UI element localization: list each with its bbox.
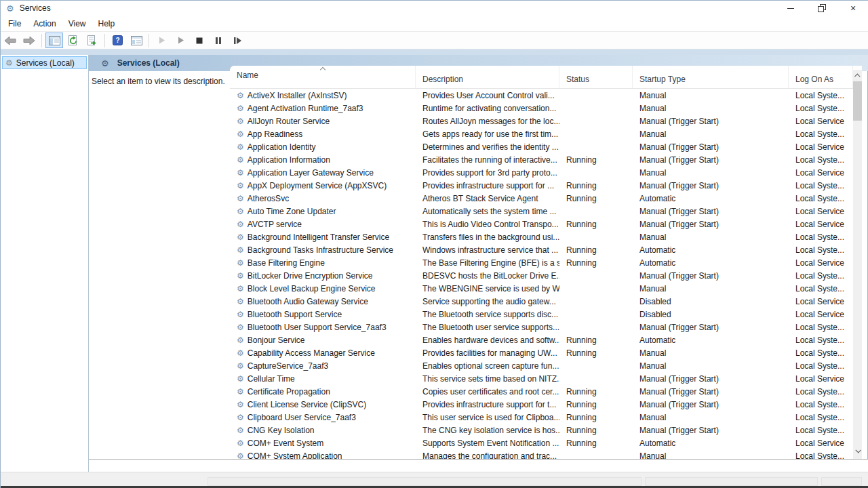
service-gear-icon: ⚙ [237,143,244,151]
service-log-on-as-cell: Local Syste... [789,91,853,100]
resume-service-button[interactable] [172,33,189,48]
service-description-cell: Atheros BT Stack Service Agent [416,194,559,203]
chevron-up-icon [854,73,860,79]
stop-service-button[interactable] [191,33,208,48]
table-row[interactable]: ⚙App ReadinessGets apps ready for use th… [230,127,853,140]
service-name-text: ActiveX Installer (AxInstSV) [248,91,347,100]
table-row[interactable]: ⚙Application Layer Gateway ServiceProvid… [230,166,853,179]
service-log-on-as-cell: Local Service [789,117,853,126]
close-icon: × [850,3,856,13]
table-row[interactable]: ⚙Application IdentityDetermines and veri… [230,140,853,153]
table-row[interactable]: ⚙Certificate PropagationCopies user cert… [230,385,853,398]
column-header-log-on-as[interactable]: Log On As [789,66,853,88]
service-gear-icon: ⚙ [237,388,244,396]
scroll-down-button[interactable] [853,445,862,456]
table-row[interactable]: ⚙Agent Activation Runtime_7aaf3Runtime f… [230,102,853,115]
service-startup-type-cell: Manual [633,451,789,460]
scrollbar-thumb[interactable] [853,81,862,121]
view-tabs: Extended Standard [89,459,868,472]
service-name-cell: ⚙BitLocker Drive Encryption Service [230,271,416,281]
service-gear-icon: ⚙ [237,233,244,241]
service-startup-type-cell: Automatic [633,258,789,268]
table-row[interactable]: ⚙AllJoyn Router ServiceRoutes AllJoyn me… [230,115,853,127]
show-console-tree-button[interactable] [45,33,63,48]
service-name-cell: ⚙CaptureService_7aaf3 [230,361,416,371]
pause-service-button[interactable] [210,33,227,48]
table-row[interactable]: ⚙Base Filtering EngineThe Base Filtering… [230,256,853,269]
service-name-text: Clipboard User Service_7aaf3 [248,413,356,422]
scroll-up-button[interactable] [853,70,862,81]
minimize-icon [787,8,794,9]
table-row[interactable]: ⚙AVCTP serviceThis is Audio Video Contro… [230,218,853,230]
service-description-cell: Automatically sets the system time ... [416,207,559,216]
service-status-cell: Running [559,194,633,203]
table-row[interactable]: ⚙CNG Key IsolationThe CNG key isolation … [230,424,853,436]
export-list-button[interactable] [83,33,101,48]
service-description-cell: Runtime for activating conversation... [416,104,559,113]
column-header-startup-type[interactable]: Startup Type [633,66,789,88]
table-row[interactable]: ⚙AtherosSvcAtheros BT Stack Service Agen… [230,192,853,205]
hint-text: Select an item to view its description. [92,77,225,86]
column-header-name[interactable]: Name [230,66,416,88]
service-status-cell: Running [559,348,633,358]
menu-help[interactable]: Help [92,17,121,30]
table-row[interactable]: ⚙Background Tasks Infrastructure Service… [230,243,853,256]
restart-icon [233,37,242,45]
menu-view[interactable]: View [62,17,92,30]
service-gear-icon: ⚙ [237,195,244,203]
refresh-button[interactable] [64,33,82,48]
services-window: ⚙ Services × File Action View Help [0,0,868,488]
table-row[interactable]: ⚙COM+ Event SystemSupports System Event … [230,436,853,449]
service-name-text: CNG Key Isolation [248,426,315,435]
table-row[interactable]: ⚙CaptureService_7aaf3Enables optional sc… [230,359,853,372]
service-name-cell: ⚙Bluetooth User Support Service_7aaf3 [230,323,416,332]
vertical-scrollbar[interactable] [853,70,862,459]
table-row[interactable]: ⚙Block Level Backup Engine ServiceThe WB… [230,282,853,295]
service-startup-type-cell: Automatic [633,439,789,448]
table-row[interactable]: ⚙Client License Service (ClipSVC)Provide… [230,398,853,411]
table-row[interactable]: ⚙Capability Access Manager ServiceProvid… [230,346,853,359]
table-row[interactable]: ⚙Clipboard User Service_7aaf3This user s… [230,411,853,424]
service-name-text: Capability Access Manager Service [248,348,375,358]
service-startup-type-cell: Disabled [633,297,789,306]
start-service-button[interactable] [153,33,170,48]
table-row[interactable]: ⚙Application InformationFacilitates the … [230,153,853,166]
restart-service-button[interactable] [229,33,246,48]
properties-button[interactable] [127,33,145,48]
forward-button[interactable] [20,33,38,48]
back-button[interactable] [1,33,19,48]
help-button[interactable]: ? [108,33,126,48]
service-name-text: Client License Service (ClipSVC) [248,400,366,409]
table-row[interactable]: ⚙Auto Time Zone UpdaterAutomatically set… [230,205,853,218]
table-row[interactable]: ⚙Bonjour ServiceEnables hardware devices… [230,333,853,346]
tree-item-label: Services (Local) [16,58,75,68]
service-description-cell: Supports System Event Notification ... [416,439,559,448]
table-row[interactable]: ⚙Bluetooth Support ServiceThe Bluetooth … [230,308,853,321]
tree-item-services-local[interactable]: ⚙ Services (Local) [2,56,87,69]
service-log-on-as-cell: Local Syste... [789,194,853,203]
menu-file[interactable]: File [2,17,27,30]
service-name-text: AppX Deployment Service (AppXSVC) [248,181,387,190]
service-name-cell: ⚙Clipboard User Service_7aaf3 [230,413,416,422]
service-description-cell: Provides User Account Control vali... [416,91,559,100]
table-row[interactable]: ⚙Bluetooth Audio Gateway ServiceService … [230,295,853,308]
table-row[interactable]: ⚙Background Intelligent Transfer Service… [230,230,853,243]
table-row[interactable]: ⚙Bluetooth User Support Service_7aaf3The… [230,321,853,333]
minimize-button[interactable] [775,1,806,16]
service-description-cell: Windows infrastructure service that ... [416,245,559,255]
service-log-on-as-cell: Local Syste... [789,129,853,139]
service-log-on-as-cell: Local Syste... [789,323,853,332]
column-header-status[interactable]: Status [559,66,633,88]
service-log-on-as-cell: Local Syste... [789,245,853,255]
table-row[interactable]: ⚙AppX Deployment Service (AppXSVC)Provid… [230,179,853,192]
service-gear-icon: ⚙ [237,207,244,216]
table-row[interactable]: ⚙BitLocker Drive Encryption ServiceBDESV… [230,269,853,282]
table-row[interactable]: ⚙ActiveX Installer (AxInstSV)Provides Us… [230,89,853,102]
restore-button[interactable] [806,1,837,16]
column-header-description[interactable]: Description [416,66,559,88]
table-row[interactable]: ⚙COM+ System ApplicationManages the conf… [230,449,853,459]
table-row[interactable]: ⚙Cellular TimeThis service sets time bas… [230,372,853,385]
service-gear-icon: ⚙ [237,426,244,434]
close-button[interactable]: × [837,1,868,16]
menu-action[interactable]: Action [27,17,62,30]
